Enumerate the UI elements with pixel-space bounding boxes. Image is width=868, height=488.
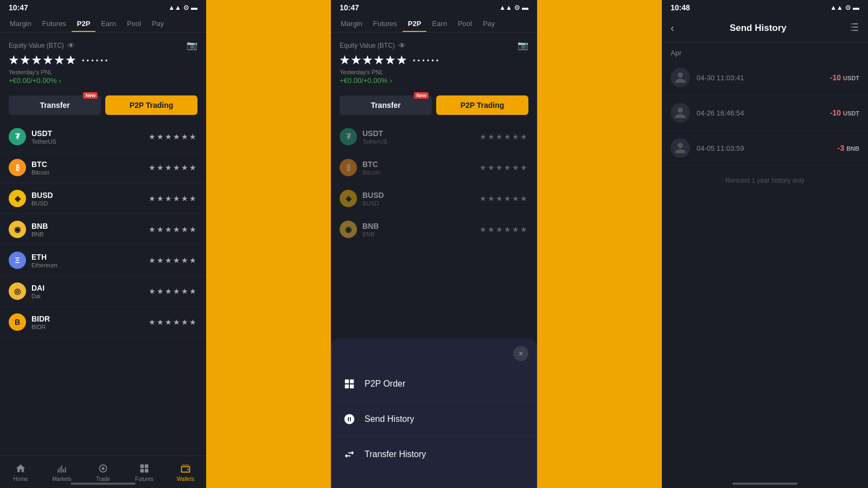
nav-tabs-mid: Margin Futures P2P Earn Pool Pay — [331, 14, 537, 33]
eye-icon-left[interactable]: 👁 — [67, 41, 75, 50]
busd-icon-left: ◈ — [9, 190, 26, 207]
menu-item-send-history[interactable]: Send History — [331, 402, 537, 437]
menu-item-p2p-order[interactable]: P2P Order — [331, 367, 537, 402]
overlay-menu: × P2P Order Send History Transfer Hist — [331, 338, 537, 488]
pnl-label-mid: Yesterday's PNL — [340, 69, 528, 75]
coin-item-bnb-mid[interactable]: ◉ BNB BNB ★★★★★★ — [331, 214, 537, 245]
usdt-icon-left: ₮ — [9, 128, 26, 145]
tab-pool-mid[interactable]: Pool — [452, 14, 477, 32]
status-bar-left: 10:47 ▲▲ ⊙ ▬ — [0, 0, 206, 14]
camera-icon-mid[interactable]: 📷 — [518, 40, 528, 50]
history-avatar-1 — [671, 68, 690, 87]
panel-left: 10:47 ▲▲ ⊙ ▬ Margin Futures P2P Earn Poo… — [0, 0, 206, 488]
svg-point-1 — [102, 467, 105, 470]
tab-pay-left[interactable]: Pay — [146, 14, 169, 32]
home-indicator-left — [71, 483, 136, 485]
history-item-2[interactable]: 04-26 16:46:54 -10 USDT — [662, 95, 868, 131]
usdt-icon-mid: ₮ — [340, 128, 357, 145]
eth-icon-left: Ξ — [9, 252, 26, 269]
transfer-button-left[interactable]: Transfer New — [9, 95, 101, 115]
signal-icon: ▲▲ — [168, 4, 181, 11]
back-button[interactable]: ‹ — [671, 22, 674, 34]
history-item-3[interactable]: 04-05 11:03:59 -3 BNB — [662, 131, 868, 166]
history-amount-1: -10 USDT — [830, 73, 859, 82]
action-buttons-mid: Transfer New P2P Trading — [331, 90, 537, 121]
svg-rect-9 — [345, 384, 349, 388]
coin-item-usdt-left[interactable]: ₮ USDT TetherUS ★★★★★★ — [0, 121, 206, 152]
equity-section-left: Equity Value (BTC) 👁 📷 ★★★★★★ ······ Yes… — [0, 33, 206, 90]
history-info-2: 04-26 16:46:54 — [697, 109, 830, 117]
tab-futures-mid[interactable]: Futures — [368, 14, 403, 32]
filter-button[interactable] — [850, 22, 859, 34]
coin-item-btc-left[interactable]: ₿ BTC Bitcoin ★★★★★★ — [0, 152, 206, 183]
time-mid: 10:47 — [340, 3, 359, 12]
coin-item-busd-left[interactable]: ◈ BUSD BUSD ★★★★★★ — [0, 183, 206, 214]
tab-p2p-mid[interactable]: P2P — [403, 14, 427, 32]
send-history-header: ‹ Send History — [662, 14, 868, 42]
history-item-1[interactable]: 04-30 11:03:41 -10 USDT — [662, 60, 868, 95]
home-icon — [15, 463, 27, 474]
eye-icon-mid[interactable]: 👁 — [398, 41, 406, 50]
transfer-history-icon — [342, 447, 357, 462]
coin-item-busd-mid[interactable]: ◈ BUSD BUSD ★★★★★★ — [331, 183, 537, 214]
coin-balance-bidr-left: ★★★★★★ — [149, 318, 197, 326]
history-avatar-2 — [671, 103, 690, 123]
svg-rect-3 — [145, 464, 149, 468]
transfer-button-mid[interactable]: Transfer New — [340, 95, 432, 115]
equity-label-left: Equity Value (BTC) 👁 📷 — [9, 40, 197, 50]
home-indicator-right — [732, 483, 797, 485]
btc-icon-left: ₿ — [9, 159, 26, 176]
status-icons-mid: ▲▲ ⊙ ▬ — [499, 4, 528, 11]
coin-info-dai-left: DAI Dai — [31, 284, 149, 299]
coin-balance-btc-left: ★★★★★★ — [149, 163, 197, 172]
coin-list-left: ₮ USDT TetherUS ★★★★★★ ₿ BTC Bitcoin ★★★… — [0, 121, 206, 338]
wallets-icon — [180, 463, 192, 474]
camera-icon-left[interactable]: 📷 — [187, 40, 197, 50]
bottom-nav-home[interactable]: Home — [0, 456, 41, 488]
coin-item-usdt-mid[interactable]: ₮ USDT TetherUS ★★★★★★ — [331, 121, 537, 152]
svg-rect-5 — [145, 468, 149, 472]
coin-item-bnb-left[interactable]: ◉ BNB BNB ★★★★★★ — [0, 214, 206, 245]
coin-item-bidr-left[interactable]: B BIDR BIDR ★★★★★★ — [0, 307, 206, 338]
svg-rect-2 — [141, 464, 144, 468]
equity-value-left: ★★★★★★ ······ — [9, 54, 197, 67]
bottom-nav-wallets[interactable]: Wallets — [165, 456, 206, 488]
tab-margin-mid[interactable]: Margin — [335, 14, 368, 32]
coin-item-dai-left[interactable]: ◎ DAI Dai ★★★★★★ — [0, 276, 206, 307]
status-bar-mid: 10:47 ▲▲ ⊙ ▬ — [331, 0, 537, 14]
tab-futures-left[interactable]: Futures — [37, 14, 72, 32]
close-button[interactable]: × — [513, 346, 528, 361]
battery-icon-mid: ▬ — [522, 4, 528, 11]
coin-item-btc-mid[interactable]: ₿ BTC Bitcoin ★★★★★★ — [331, 152, 537, 183]
menu-item-transfer-history[interactable]: Transfer History — [331, 437, 537, 472]
p2p-trading-button-left[interactable]: P2P Trading — [105, 95, 197, 115]
signal-icon-mid: ▲▲ — [499, 4, 512, 11]
chevron-right-icon: › — [59, 76, 61, 85]
tab-pool-left[interactable]: Pool — [122, 14, 146, 32]
transfer-history-label: Transfer History — [365, 450, 426, 459]
equity-section-mid: Equity Value (BTC) 👁 📷 ★★★★★★ ······ Yes… — [331, 33, 537, 90]
svg-rect-8 — [350, 380, 354, 383]
status-icons-right: ▲▲ ⊙ ▬ — [830, 4, 859, 11]
coin-item-eth-left[interactable]: Ξ ETH Ethereum ★★★★★★ — [0, 245, 206, 276]
busd-icon-mid: ◈ — [340, 190, 357, 207]
coin-info-eth-left: ETH Ethereum — [31, 253, 149, 268]
p2p-trading-button-mid[interactable]: P2P Trading — [436, 95, 528, 115]
pnl-value-mid: +€0.00/+0.00% › — [340, 76, 528, 85]
overlay-header: × — [331, 338, 537, 367]
tab-earn-left[interactable]: Earn — [95, 14, 121, 32]
new-badge-mid: New — [414, 92, 429, 99]
signal-icon-right: ▲▲ — [830, 4, 843, 11]
status-icons-left: ▲▲ ⊙ ▬ — [168, 4, 197, 11]
tab-p2p-left[interactable]: P2P — [72, 14, 96, 32]
nav-tabs-left: Margin Futures P2P Earn Pool Pay — [0, 14, 206, 33]
panel-middle-wrapper: 10:47 ▲▲ ⊙ ▬ Margin Futures P2P Earn Poo… — [206, 0, 662, 488]
tab-pay-mid[interactable]: Pay — [477, 14, 500, 32]
tab-margin-left[interactable]: Margin — [4, 14, 37, 32]
coin-balance-usdt-left: ★★★★★★ — [149, 132, 197, 141]
tab-earn-mid[interactable]: Earn — [426, 14, 452, 32]
markets-icon — [56, 463, 68, 474]
coin-balance-eth-left: ★★★★★★ — [149, 256, 197, 265]
battery-icon: ▬ — [191, 4, 197, 11]
p2p-order-label: P2P Order — [365, 379, 405, 389]
